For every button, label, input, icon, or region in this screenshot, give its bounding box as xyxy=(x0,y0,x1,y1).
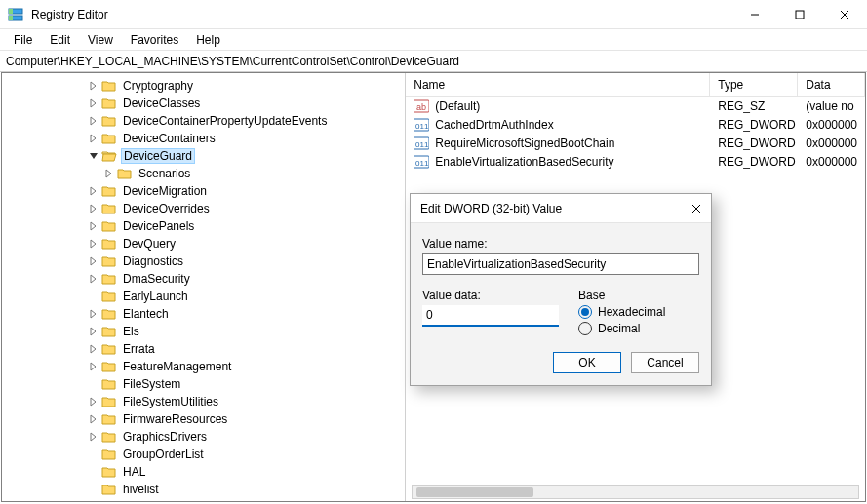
tree-item-label: EarlyLaunch xyxy=(121,290,190,303)
tree-item[interactable]: GroupOrderList xyxy=(2,446,405,463)
tree-item-label: DmaSecurity xyxy=(121,272,192,286)
chevron-down-icon[interactable] xyxy=(88,150,99,162)
chevron-right-icon[interactable] xyxy=(88,220,99,232)
column-type[interactable]: Type xyxy=(710,73,798,96)
folder-icon xyxy=(101,97,117,110)
chevron-right-icon[interactable] xyxy=(88,97,99,109)
chevron-right-icon[interactable] xyxy=(103,168,115,179)
folder-icon xyxy=(101,272,117,286)
tree-item[interactable]: DeviceMigration xyxy=(2,182,405,200)
tree-item[interactable]: GraphicsDrivers xyxy=(2,428,405,446)
value-name: (Default) xyxy=(435,99,480,113)
column-name[interactable]: Name xyxy=(406,73,710,96)
list-row[interactable]: (Default)REG_SZ(value no xyxy=(406,97,865,115)
list-row[interactable]: RequireMicrosoftSignedBootChainREG_DWORD… xyxy=(406,134,865,152)
list-row[interactable]: EnableVirtualizationBasedSecurityREG_DWO… xyxy=(406,152,865,171)
column-data[interactable]: Data xyxy=(798,73,865,96)
value-type: REG_DWORD xyxy=(710,136,798,150)
chevron-right-icon[interactable] xyxy=(88,80,99,92)
window-title: Registry Editor xyxy=(31,8,108,21)
tree-item-label: DeviceOverrides xyxy=(121,202,212,215)
tree-item[interactable]: Diagnostics xyxy=(2,252,405,270)
value-data-input[interactable] xyxy=(422,305,559,327)
registry-tree[interactable]: CryptographyDeviceClassesDeviceContainer… xyxy=(2,73,406,501)
tree-item[interactable]: DeviceGuard xyxy=(2,147,405,165)
folder-icon xyxy=(101,325,117,338)
tree-item[interactable]: FeatureManagement xyxy=(2,358,405,375)
menu-file[interactable]: File xyxy=(6,31,40,49)
tree-item[interactable]: Errata xyxy=(2,340,405,358)
menu-help[interactable]: Help xyxy=(188,31,228,49)
chevron-right-icon[interactable] xyxy=(88,273,99,285)
chevron-right-icon[interactable] xyxy=(88,431,99,443)
tree-item-label: hivelist xyxy=(121,483,161,496)
tree-item[interactable]: DeviceContainers xyxy=(2,130,405,147)
tree-item[interactable]: FirmwareResources xyxy=(2,410,405,428)
chevron-right-icon[interactable] xyxy=(88,203,99,214)
chevron-right-icon[interactable] xyxy=(88,133,99,144)
chevron-right-icon[interactable] xyxy=(88,326,99,337)
chevron-right-icon[interactable] xyxy=(88,396,99,407)
tree-item[interactable]: DmaSecurity xyxy=(2,270,405,288)
tree-item[interactable]: Els xyxy=(2,323,405,340)
tree-item-label: Cryptography xyxy=(121,79,195,93)
chevron-right-icon[interactable] xyxy=(88,255,99,267)
value-name: RequireMicrosoftSignedBootChain xyxy=(435,136,614,150)
tree-item[interactable]: EarlyLaunch xyxy=(2,288,405,305)
chevron-right-icon[interactable] xyxy=(88,413,99,425)
tree-item[interactable]: Cryptography xyxy=(2,77,405,95)
tree-item[interactable]: Elantech xyxy=(2,305,405,323)
cancel-button[interactable]: Cancel xyxy=(631,352,699,373)
folder-icon xyxy=(101,114,117,128)
chevron-right-icon[interactable] xyxy=(88,238,99,250)
menu-favorites[interactable]: Favorites xyxy=(123,31,186,49)
list-row[interactable]: CachedDrtmAuthIndexREG_DWORD0x000000 xyxy=(406,115,865,134)
chevron-right-icon[interactable] xyxy=(88,308,99,320)
chevron-right-icon[interactable] xyxy=(88,115,99,127)
value-name: CachedDrtmAuthIndex xyxy=(435,118,553,132)
tree-item[interactable]: DeviceOverrides xyxy=(2,200,405,217)
scrollbar-thumb[interactable] xyxy=(416,487,533,497)
value-name-input[interactable] xyxy=(422,253,699,275)
dialog-close-button[interactable] xyxy=(691,204,701,213)
tree-item[interactable]: HAL xyxy=(2,463,405,481)
menu-view[interactable]: View xyxy=(80,31,121,49)
horizontal-scrollbar[interactable] xyxy=(412,485,859,499)
tree-item-label: Elantech xyxy=(121,307,171,321)
folder-icon xyxy=(101,430,117,444)
twisty-none xyxy=(88,378,99,390)
value-data-label: Value data: xyxy=(422,289,559,302)
address-bar[interactable]: Computer\HKEY_LOCAL_MACHINE\SYSTEM\Curre… xyxy=(0,51,867,72)
tree-item[interactable]: FileSystem xyxy=(2,375,405,393)
chevron-right-icon[interactable] xyxy=(88,185,99,197)
tree-item[interactable]: DeviceContainerPropertyUpdateEvents xyxy=(2,112,405,130)
tree-item-label: GroupOrderList xyxy=(121,447,206,461)
radio-decimal[interactable]: Decimal xyxy=(578,322,699,335)
tree-item-label: DevQuery xyxy=(121,237,177,251)
tree-item[interactable]: DevicePanels xyxy=(2,217,405,235)
folder-icon xyxy=(101,254,117,268)
chevron-right-icon[interactable] xyxy=(88,361,99,372)
tree-item[interactable]: DeviceClasses xyxy=(2,95,405,112)
tree-item[interactable]: FileSystemUtilities xyxy=(2,393,405,410)
chevron-right-icon[interactable] xyxy=(88,343,99,355)
folder-icon xyxy=(101,237,117,251)
folder-icon xyxy=(101,184,117,198)
value-data: 0x000000 xyxy=(798,155,865,169)
value-data: 0x000000 xyxy=(798,118,865,132)
tree-item-label: FirmwareResources xyxy=(121,412,229,426)
minimize-button[interactable] xyxy=(732,0,777,28)
menu-edit[interactable]: Edit xyxy=(42,31,78,49)
value-data: 0x000000 xyxy=(798,136,865,150)
close-button[interactable] xyxy=(822,0,867,28)
folder-icon xyxy=(101,447,117,461)
tree-item[interactable]: Scenarios xyxy=(2,165,405,182)
radio-dec-icon xyxy=(578,322,592,335)
maximize-button[interactable] xyxy=(777,0,822,28)
ok-button[interactable]: OK xyxy=(553,352,621,373)
tree-item[interactable]: hivelist xyxy=(2,481,405,498)
twisty-none xyxy=(88,484,99,495)
reg-string-icon xyxy=(414,98,429,114)
radio-hexadecimal[interactable]: Hexadecimal xyxy=(578,305,699,319)
tree-item[interactable]: DevQuery xyxy=(2,235,405,252)
